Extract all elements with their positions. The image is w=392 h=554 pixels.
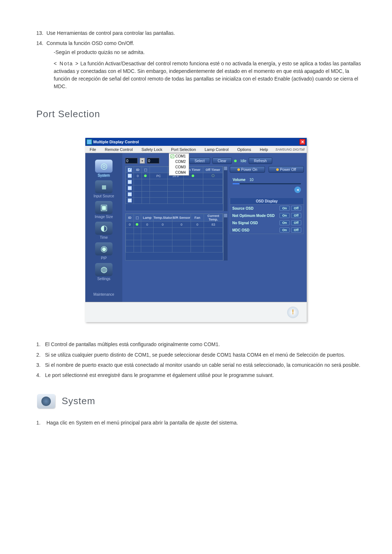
- titlebar: Multiple Display Control ✕: [85, 138, 307, 146]
- window-title: Multiple Display Control: [93, 140, 139, 144]
- close-icon[interactable]: ✕: [299, 139, 305, 145]
- volume-slider[interactable]: [233, 183, 301, 184]
- on-button[interactable]: On: [279, 206, 290, 211]
- image-icon: ▣: [95, 201, 113, 214]
- speaker-icon[interactable]: ◄: [294, 186, 301, 193]
- sidebar-item-image[interactable]: ▣ Image Size: [87, 201, 120, 219]
- off-button[interactable]: Off: [291, 206, 301, 211]
- off-button[interactable]: Off: [291, 220, 301, 225]
- led-icon: [276, 168, 279, 171]
- volume-panel: Volume 10 ◄: [230, 176, 304, 195]
- system-list: 1.Haga clic en System en el menú princip…: [36, 419, 363, 427]
- led-icon: [234, 160, 237, 162]
- osd-row-source: Source OSD OnOff: [230, 205, 303, 212]
- menu-remote[interactable]: Remote Control: [101, 147, 137, 152]
- menu-options[interactable]: Options: [233, 147, 256, 152]
- list-item: 14.Conmuta la función OSD como On/Off.: [36, 39, 363, 47]
- menu-help[interactable]: Help: [256, 147, 273, 152]
- system-icon: ◎: [95, 160, 113, 173]
- menu-port[interactable]: Port Selection: [167, 147, 200, 152]
- status-led-icon: [144, 175, 147, 177]
- scrollbar[interactable]: [223, 213, 228, 260]
- led-icon: [212, 174, 215, 177]
- system-section-icon: [37, 394, 55, 409]
- clear-button[interactable]: Clear: [212, 157, 232, 164]
- checkbox-icon[interactable]: [128, 174, 132, 178]
- section-heading-port: Port Selection: [36, 108, 363, 120]
- menubar: File Remote Control Safety Lock Port Sel…: [85, 146, 307, 153]
- status-bar: !: [85, 302, 307, 322]
- top-list: 13.Use Herramientas de control para cont…: [36, 29, 363, 90]
- led-icon: [237, 168, 240, 171]
- refresh-button[interactable]: Refresh: [249, 157, 272, 164]
- top-controls: 0 ▾ 0 Select Clear Idle Refresh: [125, 157, 304, 164]
- brand-label: SAMSUNG DIGITall: [275, 148, 305, 151]
- pip-icon: ◉: [95, 242, 113, 255]
- table-row[interactable]: 0 0 0 0 0 83: [126, 222, 223, 228]
- settings-icon: ◍: [95, 263, 113, 276]
- chevron-down-icon[interactable]: ▾: [140, 158, 145, 164]
- menu-safety[interactable]: Safety Lock: [137, 147, 167, 152]
- osd-row-notopt: Not Optimum Mode OSD OnOff: [230, 212, 303, 219]
- off-button[interactable]: Off: [291, 213, 301, 218]
- sidebar: ◎ System ▦ Input Source ▣ Image Size ◐ T…: [85, 153, 122, 302]
- power-off-button[interactable]: Power Off: [269, 166, 304, 173]
- osd-title: OSD Display: [230, 198, 303, 205]
- sidebar-item-maint[interactable]: Maintenance: [87, 284, 120, 296]
- note-block: < Nota > La función Activar/Desactivar d…: [54, 60, 363, 90]
- on-button[interactable]: On: [279, 213, 290, 218]
- time-icon: ◐: [95, 222, 113, 235]
- volume-value: 10: [249, 178, 253, 182]
- select-button[interactable]: Select: [189, 157, 210, 164]
- checkbox-icon[interactable]: [128, 168, 132, 172]
- volume-label: Volume: [233, 178, 245, 182]
- note-label: < Nota >: [54, 61, 79, 66]
- sidebar-item-time[interactable]: ◐ Time: [87, 222, 120, 239]
- power-on-button[interactable]: Power On: [230, 166, 265, 173]
- check-icon: ✓: [171, 155, 174, 158]
- port-option-com4[interactable]: COM4: [169, 170, 189, 175]
- list-item: 13.Use Herramientas de control para cont…: [36, 29, 363, 37]
- sidebar-item-settings[interactable]: ◍ Settings: [87, 263, 120, 281]
- input-icon: ▦: [95, 180, 113, 193]
- port-option-com3[interactable]: COM3: [169, 164, 189, 170]
- note-body: La función Activar/Desactivar del contro…: [54, 61, 361, 89]
- on-button[interactable]: On: [279, 227, 290, 233]
- menu-file[interactable]: File: [85, 147, 101, 152]
- idle-label: Idle: [241, 159, 246, 163]
- port-option-com1[interactable]: ✓COM1: [169, 153, 189, 159]
- section-heading-system: System: [37, 394, 363, 409]
- sidebar-item-system[interactable]: ◎ System: [87, 160, 120, 177]
- osd-row-nosig: No Signal OSD OnOff: [230, 219, 303, 226]
- led-icon: [136, 223, 138, 226]
- port-option-com2[interactable]: COM2: [169, 159, 189, 164]
- osd-panel: OSD Display Source OSD OnOff Not Optimum…: [230, 198, 304, 234]
- on-button[interactable]: On: [279, 220, 290, 225]
- id-input-left[interactable]: 0: [125, 158, 138, 164]
- sidebar-item-input[interactable]: ▦ Input Source: [87, 180, 120, 198]
- osd-row-mdc: MDC OSD OnOff: [230, 226, 303, 234]
- alert-icon: !: [287, 307, 299, 318]
- status-table: ID ⬚ Lamp Temp.Status B/R Sensor Fan Cur…: [125, 213, 228, 260]
- app-icon: [87, 139, 92, 144]
- id-input-right[interactable]: 0: [147, 158, 159, 164]
- menu-lamp[interactable]: Lamp Control: [200, 147, 233, 152]
- led-icon: [192, 175, 194, 177]
- sidebar-item-pip[interactable]: ◉ PIP: [87, 242, 120, 260]
- app-window: Multiple Display Control ✕ File Remote C…: [85, 138, 307, 322]
- off-button[interactable]: Off: [291, 227, 301, 233]
- scrollbar[interactable]: [223, 166, 228, 211]
- port-notes-list: 1.El Control de pantallas múltiples está…: [36, 340, 363, 379]
- list-subtext: -Según el producto quizás no se admita.: [54, 48, 363, 56]
- port-dropdown[interactable]: ✓COM1 COM2 COM3 COM4: [169, 153, 189, 176]
